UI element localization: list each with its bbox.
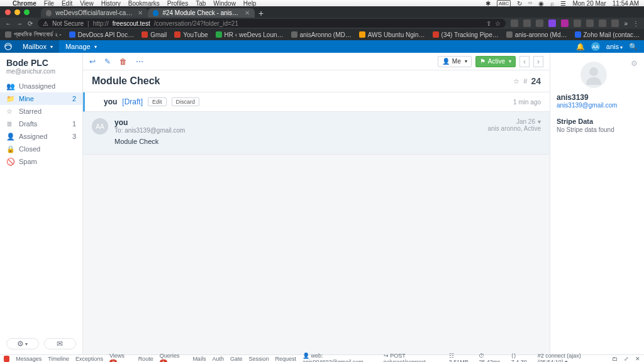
menubar-profiles[interactable]: Profiles xyxy=(167,0,188,7)
control-center-icon[interactable]: ☰ xyxy=(560,0,566,7)
sidebar-item-unassigned[interactable]: 👥 Unassigned xyxy=(0,80,82,92)
menubar-help[interactable]: Help xyxy=(243,0,257,7)
menubar-history[interactable]: History xyxy=(101,0,121,7)
sidebar-compose-button[interactable]: ✉ xyxy=(44,338,77,349)
new-tab-button[interactable]: + xyxy=(258,9,264,18)
browser-tab-2[interactable]: #24 Module Check - anis3139 ✕ xyxy=(148,8,255,18)
more-icon[interactable]: ⋯ xyxy=(136,57,143,66)
bookmark-item[interactable]: anis-aronno (Md… xyxy=(506,31,567,38)
laravel-icon[interactable] xyxy=(4,356,9,362)
bookmark-item[interactable]: YouTube xyxy=(174,31,208,38)
search-icon[interactable]: ⌕ xyxy=(550,0,554,7)
menubar-file[interactable]: File xyxy=(44,0,54,7)
debugbar-tab[interactable]: Views 0 xyxy=(109,353,132,363)
forward-button[interactable]: → xyxy=(16,20,23,27)
share-icon[interactable]: ⇪ xyxy=(486,20,491,27)
search-icon[interactable]: 🔍 xyxy=(629,43,638,51)
extension-icon[interactable] xyxy=(536,19,543,27)
bookmark-item[interactable]: AWS Ubuntu Ngin… xyxy=(359,31,425,38)
debugbar-tab[interactable]: Timeline xyxy=(48,356,69,362)
menubar-window[interactable]: Window xyxy=(213,0,236,7)
customer-email[interactable]: anis3139@gmail.com xyxy=(557,102,638,109)
status-dropdown[interactable]: ⚑Active xyxy=(475,56,516,67)
debugbar-ajax[interactable]: #2 connect (ajax) (05:54:10) ▾ xyxy=(538,353,606,363)
bluetooth-icon[interactable]: ✱ xyxy=(486,0,491,7)
reply-icon[interactable]: ↩ xyxy=(89,57,96,66)
assignee-dropdown[interactable]: 👤Me xyxy=(438,56,472,67)
debugbar-tab[interactable]: Session xyxy=(248,356,269,362)
debugbar-tab[interactable]: Request xyxy=(275,356,296,362)
star-icon[interactable]: ☆ xyxy=(513,77,519,85)
sidebar-settings-button[interactable]: ⚙ xyxy=(6,338,39,349)
app-logo[interactable] xyxy=(0,40,16,53)
next-conversation-button[interactable]: › xyxy=(533,56,543,67)
folder-icon[interactable]: 🗀 xyxy=(612,356,618,362)
extension-icon[interactable] xyxy=(561,19,569,27)
sync-icon[interactable]: ↻ xyxy=(517,0,522,7)
wifi-icon[interactable]: ⌔ xyxy=(528,0,532,7)
expand-icon[interactable]: ⤢ xyxy=(624,356,629,362)
extension-icon[interactable] xyxy=(511,19,518,27)
bookmark-item[interactable]: (34) Tracking Pipe… xyxy=(433,31,499,38)
battery-icon[interactable]: ◉ xyxy=(538,0,544,7)
chrome-menu-icon[interactable]: ⋮ xyxy=(633,20,639,27)
gear-icon[interactable]: ⚙ xyxy=(631,59,638,68)
discard-draft-button[interactable]: Discard xyxy=(172,97,200,106)
prev-conversation-button[interactable]: ‹ xyxy=(519,56,530,67)
mailbox-dropdown[interactable]: Mailbox xyxy=(16,40,59,53)
sidebar-item-mine[interactable]: 📁 Mine 2 xyxy=(0,92,82,105)
reload-button[interactable]: ⟳ xyxy=(28,20,33,27)
sidebar-item-closed[interactable]: 🔒 Closed xyxy=(0,143,82,155)
close-icon[interactable]: ✕ xyxy=(635,356,640,362)
bookmark-item[interactable]: DevDocs API Doc… xyxy=(69,31,134,38)
menubar-view[interactable]: View xyxy=(80,0,94,7)
close-tab-icon[interactable]: ✕ xyxy=(138,9,143,16)
bookmark-item[interactable]: anisAronno (MD… xyxy=(291,31,352,38)
extension-icon[interactable] xyxy=(548,19,556,27)
extension-icon[interactable] xyxy=(611,19,619,27)
debugbar-tab[interactable]: Messages xyxy=(16,356,42,362)
notifications-icon[interactable]: 🔔 xyxy=(576,43,585,51)
close-tab-icon[interactable]: ✕ xyxy=(245,9,250,16)
debugbar-tab[interactable]: Auth xyxy=(212,356,224,362)
manage-dropdown[interactable]: Manage xyxy=(59,40,103,53)
star-icon[interactable]: ☆ xyxy=(495,20,501,27)
debugbar-tab[interactable]: Exceptions xyxy=(75,356,103,362)
debugbar-tab[interactable]: Queries 1 xyxy=(160,353,187,363)
trash-icon[interactable]: 🗑 xyxy=(119,57,127,66)
close-window-button[interactable] xyxy=(5,9,11,15)
browser-tab-1[interactable]: weDevsOfficial/laravel-cashier ✕ xyxy=(41,8,148,18)
sidebar-item-starred[interactable]: ☆ Starred xyxy=(0,105,82,118)
minimize-window-button[interactable] xyxy=(14,9,20,15)
extension-icon[interactable] xyxy=(523,19,531,27)
user-menu[interactable]: anis xyxy=(606,43,623,50)
note-icon[interactable]: ✎ xyxy=(104,57,111,66)
input-source[interactable]: ABC xyxy=(497,0,511,7)
avatar[interactable]: AA xyxy=(591,42,600,51)
draft-row[interactable]: you [Draft] Edit Discard 1 min ago xyxy=(83,92,550,112)
chevron-down-icon[interactable]: ▾ xyxy=(538,118,541,125)
bookmark-item[interactable]: HR ‹ weDevs Loun… xyxy=(216,31,284,38)
extension-icon[interactable] xyxy=(574,19,581,27)
extension-icon[interactable] xyxy=(586,19,594,27)
menubar-tab[interactable]: Tab xyxy=(196,0,206,7)
maximize-window-button[interactable] xyxy=(24,9,30,15)
debugbar-tab[interactable]: Mails xyxy=(192,356,206,362)
back-button[interactable]: ← xyxy=(5,20,11,27)
debugbar-tab[interactable]: Route xyxy=(138,356,153,362)
bookmark-item[interactable]: প্রাথমিক শিক্ষাবোর্ড ২ - xyxy=(5,31,62,38)
sidebar-item-drafts[interactable]: 🗎 Drafts 1 xyxy=(0,118,82,130)
omnibox[interactable]: ⚠ Not Secure | http://freescout.test/con… xyxy=(38,19,506,28)
bookmark-item[interactable]: Gmail xyxy=(142,31,167,38)
bookmark-item[interactable]: Zoho Mail (contac… xyxy=(575,31,640,38)
extension-icon[interactable] xyxy=(599,19,606,27)
debugbar-tab[interactable]: Gate xyxy=(230,356,243,362)
menubar-app[interactable]: Chrome xyxy=(13,0,36,7)
menubar-date[interactable]: Mon 20 Mar xyxy=(572,0,606,7)
menubar-bookmarks[interactable]: Bookmarks xyxy=(128,0,160,7)
sidebar-item-spam[interactable]: 🚫 Spam xyxy=(0,155,82,168)
message-row[interactable]: AA you To: anis3139@gmail.com Module Che… xyxy=(83,112,550,155)
edit-draft-button[interactable]: Edit xyxy=(148,97,167,106)
menubar-edit[interactable]: Edit xyxy=(62,0,72,7)
menubar-time[interactable]: 11:54 AM xyxy=(613,0,639,7)
